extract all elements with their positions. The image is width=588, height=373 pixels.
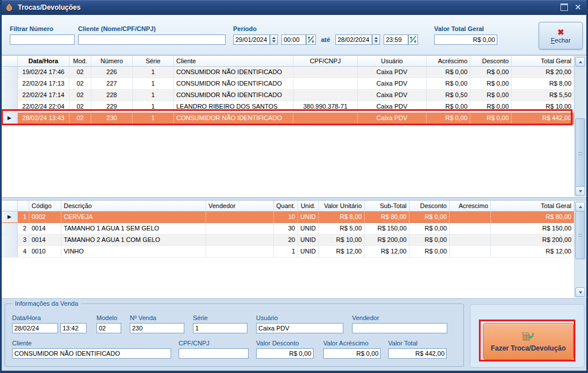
- column-header[interactable]: Sub-Total: [365, 201, 409, 212]
- date-from-spinner[interactable]: [270, 34, 278, 45]
- column-header[interactable]: Total Geral: [512, 56, 574, 67]
- valor-total-label: Valor Total: [388, 340, 417, 347]
- column-header[interactable]: Vendedor: [206, 201, 274, 212]
- cliente-field[interactable]: [12, 348, 171, 359]
- titlebar: Trocas/Devoluções ✕: [0, 0, 588, 15]
- time-to-input[interactable]: [384, 34, 408, 45]
- scroll-up-icon[interactable]: [575, 202, 585, 212]
- window-border-left: [0, 0, 2, 373]
- items-table-scrollbar[interactable]: [574, 201, 586, 298]
- column-header[interactable]: Desconto: [470, 56, 512, 67]
- scroll-up-icon[interactable]: [575, 57, 585, 67]
- column-header[interactable]: Acréscimo: [427, 56, 470, 67]
- cell: R$ 12,00: [365, 246, 409, 257]
- cell: R$ 0,00: [409, 246, 450, 257]
- cell: R$ 0,00: [470, 101, 512, 113]
- cell: 1: [133, 67, 174, 78]
- num-venda-field[interactable]: [130, 323, 184, 333]
- row-number-header: [18, 201, 29, 212]
- column-header[interactable]: Unid.: [298, 201, 319, 212]
- cell: R$ 442,00: [512, 113, 574, 124]
- scrollbar-thumb[interactable]: [575, 211, 585, 259]
- time-from-input[interactable]: [281, 34, 306, 45]
- informacoes-da-venda-groupbox: Informações da Venda Data/Hora Modelo Nº…: [5, 303, 464, 367]
- time-from-spinner-icon[interactable]: [306, 34, 316, 45]
- column-header[interactable]: Código: [29, 201, 61, 212]
- items-table-body: CódigoDescriçãoVendedorQuant.Unid.Valor …: [2, 201, 574, 298]
- cell: 1: [274, 246, 298, 257]
- date-to-input[interactable]: [335, 34, 372, 45]
- column-header[interactable]: Quant.: [274, 201, 298, 212]
- table-row[interactable]: 20014TAMANHO 1 AGUA 1 SEM GELO30UNIDR$ 5…: [2, 223, 574, 234]
- table-row[interactable]: 22/02/24 17:14022281CONSUMIDOR NÃO IDENT…: [2, 90, 574, 101]
- groupbox-legend: Informações da Venda: [12, 300, 81, 307]
- cell: R$ 80,00: [491, 212, 574, 223]
- usuario-field[interactable]: [256, 323, 343, 333]
- column-header[interactable]: CPF/CNPJ: [293, 56, 358, 67]
- cell: UNID: [298, 246, 319, 257]
- column-header[interactable]: Acrescimo: [450, 201, 491, 212]
- scroll-down-icon[interactable]: [575, 186, 585, 196]
- valor-total-geral-input[interactable]: [434, 34, 497, 45]
- column-header[interactable]: Usuário: [358, 56, 427, 67]
- fechar-button[interactable]: ✖ Fechar: [539, 22, 583, 49]
- row-selector-cell: [2, 67, 18, 78]
- maximize-icon[interactable]: [560, 3, 568, 11]
- valor-desconto-field[interactable]: [256, 348, 314, 359]
- cell: 226: [91, 67, 133, 78]
- date-from-input[interactable]: [233, 34, 270, 45]
- box-return-icon: [521, 331, 536, 343]
- modelo-field[interactable]: [96, 323, 121, 333]
- fazer-troca-devolucao-button[interactable]: Fazer Troca/Devolução: [483, 323, 574, 360]
- cell: R$ 12,00: [319, 246, 365, 257]
- table-row[interactable]: ▶28/02/24 13:43022301CONSUMIDOR NÃO IDEN…: [2, 113, 574, 124]
- cpf-cnpj-field[interactable]: [179, 348, 249, 359]
- table-row[interactable]: 22/02/24 17:13022271CONSUMIDOR NÃO IDENT…: [2, 78, 574, 90]
- row-selector-cell: [2, 234, 18, 246]
- cliente-label: Cliente: [12, 340, 32, 347]
- column-header[interactable]: Mod.: [69, 56, 91, 67]
- cell: Caixa PDV: [358, 67, 427, 78]
- cell: TAMANHO 2 AGUA 1 COM GELO: [61, 234, 206, 246]
- valor-total-field[interactable]: [388, 348, 447, 359]
- cell: VINHO: [61, 246, 206, 257]
- column-header[interactable]: Série: [133, 56, 174, 67]
- cell: [450, 234, 491, 246]
- sales-table: Data/HoraMod.NúmeroSérieClienteCPF/CNPJU…: [1, 55, 587, 198]
- app-icon: [5, 3, 14, 12]
- column-header[interactable]: Desconto: [409, 201, 450, 212]
- column-header[interactable]: Valor Unitário: [319, 201, 365, 212]
- table-row[interactable]: 30014TAMANHO 2 AGUA 1 COM GELO20UNIDR$ 1…: [2, 234, 574, 246]
- time-to-spinner-icon[interactable]: [408, 34, 418, 45]
- table-row[interactable]: ▶10002CERVEJA10UNIDR$ 8,00R$ 80,00R$ 0,0…: [2, 212, 574, 223]
- cell: 3: [18, 234, 29, 246]
- table-row[interactable]: 19/02/24 17:46022261CONSUMIDOR NÃO IDENT…: [2, 67, 574, 78]
- cliente-filter-label: Cliente (Nome/CPF/CNPJ): [78, 25, 156, 32]
- serie-field[interactable]: [193, 323, 247, 333]
- table-row[interactable]: 40010VINHO1UNIDR$ 12,00R$ 12,00R$ 0,00R$…: [2, 246, 574, 257]
- vendedor-field[interactable]: [352, 323, 447, 333]
- hora-field[interactable]: [60, 323, 87, 333]
- cell: CERVEJA: [61, 212, 206, 223]
- column-header[interactable]: Número: [91, 56, 133, 67]
- data-field[interactable]: [12, 323, 58, 333]
- table-row[interactable]: 22/02/24 22:04022291LEANDRO RIBEIRO DOS …: [2, 101, 574, 113]
- scrollbar-thumb[interactable]: [575, 118, 585, 189]
- date-to-spinner[interactable]: [372, 34, 380, 45]
- sales-table-scrollbar[interactable]: [574, 56, 586, 197]
- cliente-filter-input[interactable]: [78, 34, 226, 45]
- close-icon[interactable]: ✕: [575, 3, 581, 11]
- column-header[interactable]: Descrição: [61, 201, 206, 212]
- cell: R$ 200,00: [491, 234, 574, 246]
- usuario-label: Usuário: [256, 314, 278, 321]
- cell: R$ 0,00: [470, 90, 512, 101]
- filtrar-numero-input[interactable]: [10, 34, 75, 45]
- cell: 10: [274, 212, 298, 223]
- scroll-down-icon[interactable]: [575, 287, 585, 297]
- cell: 02: [69, 113, 91, 124]
- column-header[interactable]: Data/Hora: [18, 56, 69, 67]
- valor-desconto-label: Valor Desconto: [256, 340, 299, 347]
- column-header[interactable]: Total Geral: [491, 201, 574, 212]
- valor-acrescimo-field[interactable]: [323, 348, 381, 359]
- column-header[interactable]: Cliente: [174, 56, 293, 67]
